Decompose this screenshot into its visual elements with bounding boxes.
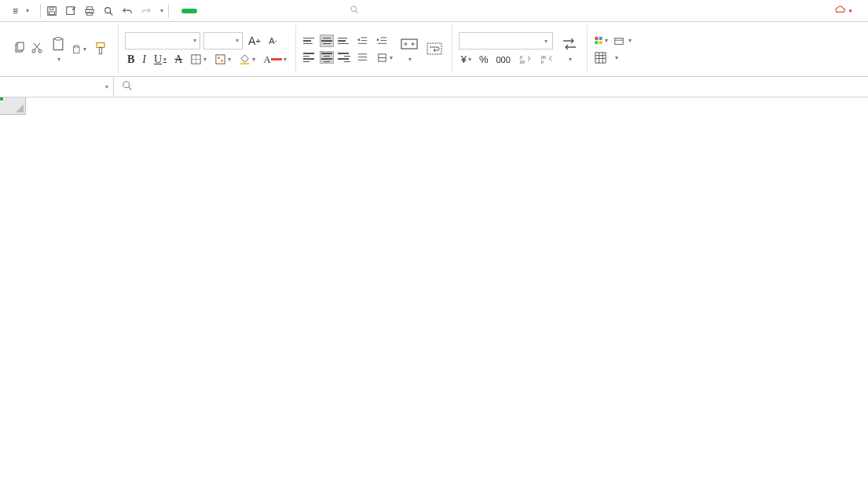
ribbon-group-font: ▾ ▾ A+ A- B I U▾ A ▾ ▾ ▾ A▾ xyxy=(119,25,296,73)
undo-icon[interactable] xyxy=(121,5,134,17)
tab-dev-tools[interactable] xyxy=(302,9,318,13)
strikethrough-button[interactable]: A xyxy=(172,53,185,67)
svg-rect-50 xyxy=(599,41,602,44)
increase-indent-button[interactable] xyxy=(374,35,390,48)
svg-rect-19 xyxy=(74,46,80,53)
wrap-icon xyxy=(425,41,444,57)
convert-icon xyxy=(560,36,579,52)
border-button[interactable]: ▾ xyxy=(188,53,209,66)
font-color-button[interactable]: A▾ xyxy=(261,53,288,67)
underline-button[interactable]: U▾ xyxy=(152,53,169,67)
chevron-down-icon: ▾ xyxy=(544,38,548,45)
chevron-down-icon: ▾ xyxy=(236,37,239,44)
ribbon-group-alignment: ▾ ▾ xyxy=(296,25,452,73)
copy-icon[interactable] xyxy=(13,41,27,55)
paste-button[interactable]: ▾ xyxy=(47,36,69,63)
increase-font-button[interactable]: A+ xyxy=(246,34,263,48)
ribbon-group-number: ▾ ¥▾ % 000 .0.00 .00.0 ▾ xyxy=(452,25,588,73)
align-left-button[interactable] xyxy=(302,51,317,64)
decrease-font-button[interactable]: A- xyxy=(266,35,279,46)
chevron-down-icon[interactable]: ▾ xyxy=(105,83,108,90)
align-right-button[interactable] xyxy=(337,51,351,64)
comma-style-button[interactable]: 000 xyxy=(493,54,512,65)
svg-line-59 xyxy=(129,87,132,90)
menubar: ≡ ▾ ▾ ● xyxy=(0,0,868,22)
svg-point-9 xyxy=(351,6,357,12)
tab-review[interactable] xyxy=(268,9,284,13)
tab-page-layout[interactable] xyxy=(216,9,232,13)
svg-rect-26 xyxy=(216,55,225,64)
formula-input-area xyxy=(114,80,467,94)
currency-button[interactable]: ¥▾ xyxy=(459,53,474,66)
hamburger-icon: ≡ xyxy=(13,6,18,17)
svg-rect-2 xyxy=(49,11,55,14)
name-box-input[interactable] xyxy=(17,82,96,93)
merge-center-button[interactable]: ▾ xyxy=(398,36,420,63)
save-as-icon[interactable] xyxy=(64,5,77,17)
tab-member[interactable] xyxy=(320,9,335,13)
chevron-down-icon[interactable]: ▾ xyxy=(160,7,163,14)
tab-view[interactable] xyxy=(285,9,301,13)
conditional-format-icon[interactable]: ▾ xyxy=(594,34,608,48)
format-painter-icon xyxy=(91,41,110,57)
format-painter-button[interactable] xyxy=(90,41,112,58)
cell-style-button[interactable]: ▾ xyxy=(611,35,634,47)
alert-dot-icon: ● xyxy=(848,7,852,14)
svg-line-8 xyxy=(110,12,113,15)
ribbon-toolbar: ▾ ▾ ▾ ▾ A+ A- B I U▾ A ▾ ▾ ▾ A▾ xyxy=(0,22,868,77)
cut-icon[interactable] xyxy=(30,41,44,55)
merge-icon xyxy=(400,36,419,52)
align-top-button[interactable] xyxy=(302,35,317,47)
font-name-select[interactable]: ▾ xyxy=(125,32,200,50)
svg-rect-47 xyxy=(595,37,598,40)
paste-icon xyxy=(49,36,68,52)
align-middle-button[interactable] xyxy=(320,35,334,47)
decrease-indent-button[interactable] xyxy=(354,35,371,48)
justify-button[interactable] xyxy=(354,51,371,64)
number-format-select[interactable]: ▾ xyxy=(459,32,553,50)
query-alert-button[interactable]: ● xyxy=(833,4,855,18)
tab-insert[interactable] xyxy=(199,9,214,13)
align-bottom-button[interactable] xyxy=(337,35,351,47)
redo-icon[interactable] xyxy=(140,5,152,17)
type-convert-label: ▾ xyxy=(567,53,572,63)
svg-rect-18 xyxy=(56,37,61,39)
increase-decimal-button[interactable]: .0.00 xyxy=(516,53,534,65)
type-convert-button[interactable]: ▾ xyxy=(559,36,580,63)
table-format-icon[interactable] xyxy=(594,51,608,65)
orientation-button[interactable]: ▾ xyxy=(374,51,395,64)
zoom-icon[interactable] xyxy=(122,80,133,94)
select-all-corner[interactable] xyxy=(0,97,26,115)
decrease-decimal-button[interactable]: .00.0 xyxy=(537,53,555,65)
bold-button[interactable]: B xyxy=(125,53,137,67)
svg-rect-3 xyxy=(67,6,75,14)
tab-start[interactable] xyxy=(181,9,197,13)
italic-button[interactable]: I xyxy=(140,53,148,67)
clipboard-options-icon[interactable]: ▾ xyxy=(72,42,86,57)
print-preview-icon[interactable] xyxy=(102,5,115,17)
print-icon[interactable] xyxy=(83,5,96,17)
tab-formula[interactable] xyxy=(233,9,249,13)
svg-rect-48 xyxy=(599,37,602,40)
cloud-icon xyxy=(833,4,845,18)
separator xyxy=(40,4,41,18)
fill-color-button[interactable]: ▾ xyxy=(236,53,258,66)
name-box[interactable]: ▾ xyxy=(0,77,114,97)
table-style-button[interactable]: ▾ xyxy=(611,53,621,62)
wrap-text-button[interactable] xyxy=(423,41,445,58)
file-menu-button[interactable]: ≡ ▾ xyxy=(6,4,35,18)
ribbon-group-clipboard: ▾ ▾ xyxy=(6,25,119,73)
svg-point-27 xyxy=(218,57,220,59)
paste-label: ▾ xyxy=(56,53,60,63)
svg-rect-4 xyxy=(87,6,93,9)
font-size-select[interactable]: ▾ xyxy=(203,32,243,50)
fill-effect-button[interactable]: ▾ xyxy=(212,53,233,66)
svg-rect-12 xyxy=(17,42,24,50)
percent-button[interactable]: % xyxy=(477,53,491,66)
tab-data[interactable] xyxy=(251,9,266,13)
separator xyxy=(168,4,169,18)
command-search[interactable] xyxy=(350,5,363,17)
svg-rect-29 xyxy=(240,63,249,64)
save-icon[interactable] xyxy=(46,5,58,17)
align-center-button[interactable] xyxy=(320,51,334,64)
